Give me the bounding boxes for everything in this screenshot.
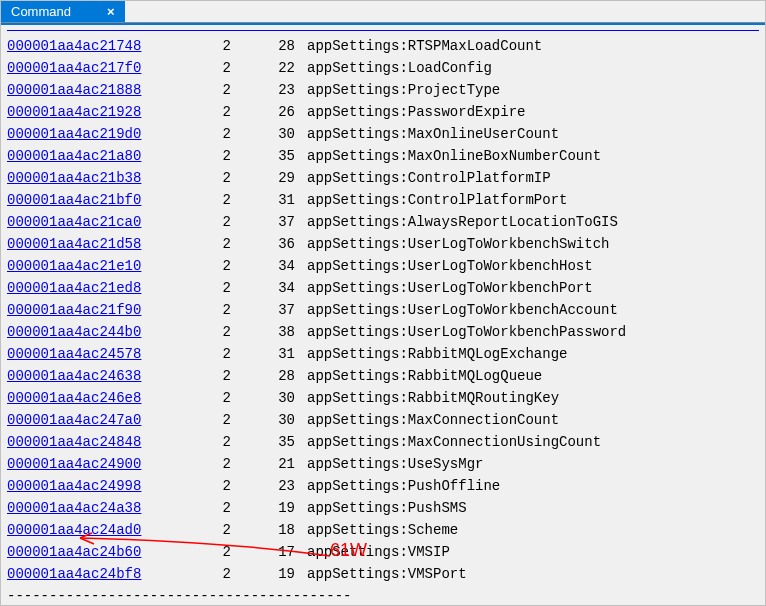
- string-value: appSettings:Scheme: [307, 519, 759, 541]
- table-row: 000001aa4ac21888223appSettings:ProjectTy…: [7, 79, 759, 101]
- string-length: 35: [237, 431, 307, 453]
- string-length: 26: [237, 101, 307, 123]
- table-row: 000001aa4ac24578231appSettings:RabbitMQL…: [7, 343, 759, 365]
- table-row: 000001aa4ac21d58236appSettings:UserLogTo…: [7, 233, 759, 255]
- address-link[interactable]: 000001aa4ac24900: [7, 453, 177, 475]
- string-value: appSettings:RabbitMQLogQueue: [307, 365, 759, 387]
- ref-count: 2: [177, 57, 237, 79]
- string-value: appSettings:UserLogToWorkbenchAccount: [307, 299, 759, 321]
- table-row: 000001aa4ac24998223appSettings:PushOffli…: [7, 475, 759, 497]
- table-row: 000001aa4ac21748228appSettings:RTSPMaxLo…: [7, 35, 759, 57]
- string-value: appSettings:UserLogToWorkbenchPort: [307, 277, 759, 299]
- string-length: 23: [237, 79, 307, 101]
- address-link[interactable]: 000001aa4ac21a80: [7, 145, 177, 167]
- address-link[interactable]: 000001aa4ac21bf0: [7, 189, 177, 211]
- string-value: appSettings:RabbitMQRoutingKey: [307, 387, 759, 409]
- string-length: 37: [237, 211, 307, 233]
- ref-count: 2: [177, 321, 237, 343]
- ref-count: 2: [177, 387, 237, 409]
- ref-count: 2: [177, 145, 237, 167]
- address-link[interactable]: 000001aa4ac219d0: [7, 123, 177, 145]
- ref-count: 2: [177, 189, 237, 211]
- table-row: 000001aa4ac24ad0218appSettings:Scheme: [7, 519, 759, 541]
- table-row: 000001aa4ac246e8230appSettings:RabbitMQR…: [7, 387, 759, 409]
- table-row: 000001aa4ac244b0238appSettings:UserLogTo…: [7, 321, 759, 343]
- ref-count: 2: [177, 365, 237, 387]
- string-value: appSettings:RTSPMaxLoadCount: [307, 35, 759, 57]
- string-length: 19: [237, 563, 307, 585]
- address-link[interactable]: 000001aa4ac247a0: [7, 409, 177, 431]
- address-link[interactable]: 000001aa4ac21d58: [7, 233, 177, 255]
- string-value: appSettings:RabbitMQLogExchange: [307, 343, 759, 365]
- table-row: 000001aa4ac24b60217appSettings:VMSIP: [7, 541, 759, 563]
- table-row: 000001aa4ac24638228appSettings:RabbitMQL…: [7, 365, 759, 387]
- string-length: 19: [237, 497, 307, 519]
- table-row: 000001aa4ac21f90237appSettings:UserLogTo…: [7, 299, 759, 321]
- string-value: appSettings:MaxConnectionUsingCount: [307, 431, 759, 453]
- titlebar: Command ×: [1, 1, 765, 23]
- table-row: 000001aa4ac217f0222appSettings:LoadConfi…: [7, 57, 759, 79]
- ref-count: 2: [177, 343, 237, 365]
- address-link[interactable]: 000001aa4ac21ca0: [7, 211, 177, 233]
- address-link[interactable]: 000001aa4ac24998: [7, 475, 177, 497]
- ref-count: 2: [177, 233, 237, 255]
- ref-count: 2: [177, 563, 237, 585]
- string-length: 30: [237, 123, 307, 145]
- string-length: 35: [237, 145, 307, 167]
- address-link[interactable]: 000001aa4ac24848: [7, 431, 177, 453]
- ref-count: 2: [177, 123, 237, 145]
- ref-count: 2: [177, 211, 237, 233]
- string-value: appSettings:AlwaysReportLocationToGIS: [307, 211, 759, 233]
- output-area: 000001aa4ac21748228appSettings:RTSPMaxLo…: [1, 33, 765, 606]
- table-row: 000001aa4ac21b38229appSettings:ControlPl…: [7, 167, 759, 189]
- table-row: 000001aa4ac219d0230appSettings:MaxOnline…: [7, 123, 759, 145]
- address-link[interactable]: 000001aa4ac24a38: [7, 497, 177, 519]
- address-link[interactable]: 000001aa4ac24ad0: [7, 519, 177, 541]
- address-link[interactable]: 000001aa4ac24578: [7, 343, 177, 365]
- address-link[interactable]: 000001aa4ac21f90: [7, 299, 177, 321]
- command-window: Command × 000001aa4ac21748228appSettings…: [0, 0, 766, 606]
- string-value: appSettings:UserLogToWorkbenchPassword: [307, 321, 759, 343]
- address-link[interactable]: 000001aa4ac21748: [7, 35, 177, 57]
- address-link[interactable]: 000001aa4ac21b38: [7, 167, 177, 189]
- string-length: 31: [237, 343, 307, 365]
- string-length: 34: [237, 255, 307, 277]
- address-link[interactable]: 000001aa4ac21928: [7, 101, 177, 123]
- string-value: appSettings:ControlPlatformPort: [307, 189, 759, 211]
- address-link[interactable]: 000001aa4ac21888: [7, 79, 177, 101]
- string-length: 18: [237, 519, 307, 541]
- window-tab[interactable]: Command ×: [1, 1, 125, 22]
- string-length: 37: [237, 299, 307, 321]
- address-link[interactable]: 000001aa4ac217f0: [7, 57, 177, 79]
- table-row: 000001aa4ac21bf0231appSettings:ControlPl…: [7, 189, 759, 211]
- string-length: 17: [237, 541, 307, 563]
- string-length: 28: [237, 35, 307, 57]
- string-length: 21: [237, 453, 307, 475]
- address-link[interactable]: 000001aa4ac24638: [7, 365, 177, 387]
- table-row: 000001aa4ac24900221appSettings:UseSysMgr: [7, 453, 759, 475]
- string-length: 36: [237, 233, 307, 255]
- address-link[interactable]: 000001aa4ac244b0: [7, 321, 177, 343]
- string-value: appSettings:MaxConnectionCount: [307, 409, 759, 431]
- address-link[interactable]: 000001aa4ac21ed8: [7, 277, 177, 299]
- string-length: 22: [237, 57, 307, 79]
- ref-count: 2: [177, 431, 237, 453]
- table-row: 000001aa4ac21a80235appSettings:MaxOnline…: [7, 145, 759, 167]
- ref-count: 2: [177, 497, 237, 519]
- ref-count: 2: [177, 277, 237, 299]
- string-length: 30: [237, 387, 307, 409]
- string-value: appSettings:ProjectType: [307, 79, 759, 101]
- string-value: appSettings:PushSMS: [307, 497, 759, 519]
- string-value: appSettings:MaxOnlineBoxNumberCount: [307, 145, 759, 167]
- table-row: 000001aa4ac21e10234appSettings:UserLogTo…: [7, 255, 759, 277]
- address-link[interactable]: 000001aa4ac24bf8: [7, 563, 177, 585]
- ref-count: 2: [177, 453, 237, 475]
- string-value: appSettings:PushOffline: [307, 475, 759, 497]
- close-icon[interactable]: ×: [107, 4, 115, 19]
- address-link[interactable]: 000001aa4ac21e10: [7, 255, 177, 277]
- string-value: appSettings:UserLogToWorkbenchHost: [307, 255, 759, 277]
- ref-count: 2: [177, 409, 237, 431]
- address-link[interactable]: 000001aa4ac246e8: [7, 387, 177, 409]
- address-link[interactable]: 000001aa4ac24b60: [7, 541, 177, 563]
- string-length: 31: [237, 189, 307, 211]
